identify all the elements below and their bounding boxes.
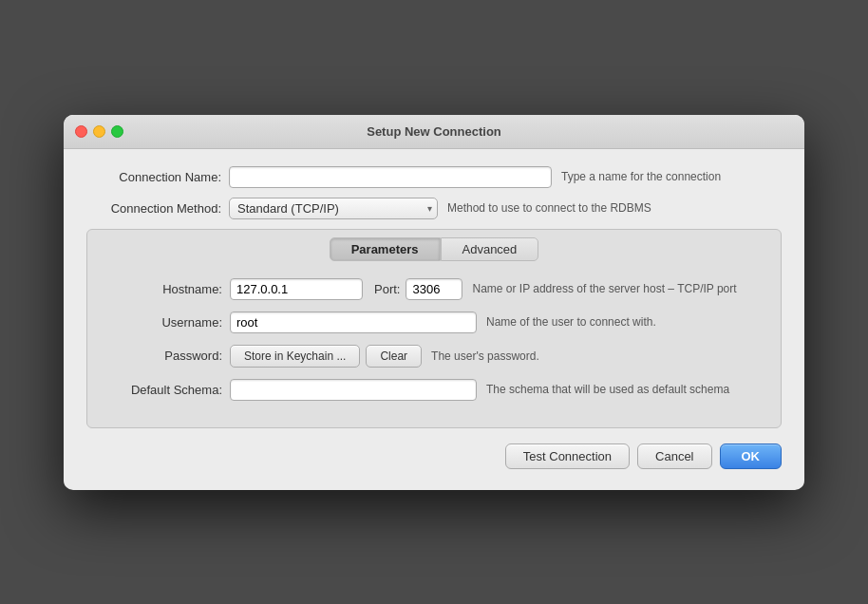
connection-method-hint: Method to use to connect to the RDBMS — [447, 201, 651, 215]
hostname-port-group: Port: — [230, 278, 462, 300]
close-button[interactable] — [75, 125, 87, 138]
connection-method-select[interactable]: Standard (TCP/IP) Local Socket/Pipe Stan… — [229, 198, 438, 219]
test-connection-button[interactable]: Test Connection — [505, 444, 630, 469]
bottom-buttons: Test Connection Cancel OK — [86, 428, 782, 471]
window-content: Connection Name: Type a name for the con… — [64, 149, 804, 490]
username-input[interactable] — [230, 311, 477, 333]
hostname-hint: Name or IP address of the server host – … — [472, 282, 736, 295]
tab-parameters[interactable]: Parameters — [330, 237, 441, 261]
username-hint: Name of the user to connect with. — [486, 315, 656, 329]
main-window: Setup New Connection Connection Name: Ty… — [64, 115, 804, 490]
connection-name-label: Connection Name: — [86, 170, 229, 184]
store-keychain-button[interactable]: Store in Keychain ... — [230, 345, 360, 368]
ok-button[interactable]: OK — [720, 444, 783, 469]
window-title: Setup New Connection — [367, 124, 501, 139]
password-label: Password: — [106, 349, 230, 363]
username-row: Username: Name of the user to connect wi… — [106, 311, 762, 333]
hostname-label: Hostname: — [106, 282, 230, 296]
minimize-button[interactable] — [93, 125, 105, 138]
clear-password-button[interactable]: Clear — [366, 345, 422, 368]
maximize-button[interactable] — [111, 125, 123, 138]
hostname-row: Hostname: Port: Name or IP address of th… — [106, 278, 762, 300]
connection-method-label: Connection Method: — [86, 201, 229, 216]
port-input[interactable] — [406, 278, 462, 300]
connection-method-select-wrapper: Standard (TCP/IP) Local Socket/Pipe Stan… — [229, 198, 438, 219]
default-schema-row: Default Schema: The schema that will be … — [106, 379, 762, 401]
port-label: Port: — [374, 282, 400, 296]
connection-name-input[interactable] — [229, 166, 552, 188]
username-label: Username: — [106, 315, 230, 330]
password-controls: Store in Keychain ... Clear — [230, 345, 422, 368]
hostname-input[interactable] — [230, 278, 363, 300]
connection-method-row: Connection Method: Standard (TCP/IP) Loc… — [86, 198, 782, 219]
tabs-panel: Parameters Advanced Hostname: Port: Name… — [86, 229, 782, 428]
connection-name-row: Connection Name: Type a name for the con… — [86, 166, 782, 188]
connection-name-hint: Type a name for the connection — [561, 170, 721, 183]
traffic-lights — [75, 125, 123, 138]
cancel-button[interactable]: Cancel — [637, 444, 711, 469]
default-schema-label: Default Schema: — [106, 383, 230, 397]
password-row: Password: Store in Keychain ... Clear Th… — [106, 345, 762, 368]
default-schema-input[interactable] — [230, 379, 477, 401]
password-hint: The user's password. — [431, 349, 539, 363]
titlebar: Setup New Connection — [64, 115, 804, 149]
tab-content-parameters: Hostname: Port: Name or IP address of th… — [87, 261, 781, 401]
default-schema-hint: The schema that will be used as default … — [486, 383, 729, 396]
tabs-header: Parameters Advanced — [87, 230, 781, 261]
tab-advanced[interactable]: Advanced — [441, 237, 539, 261]
